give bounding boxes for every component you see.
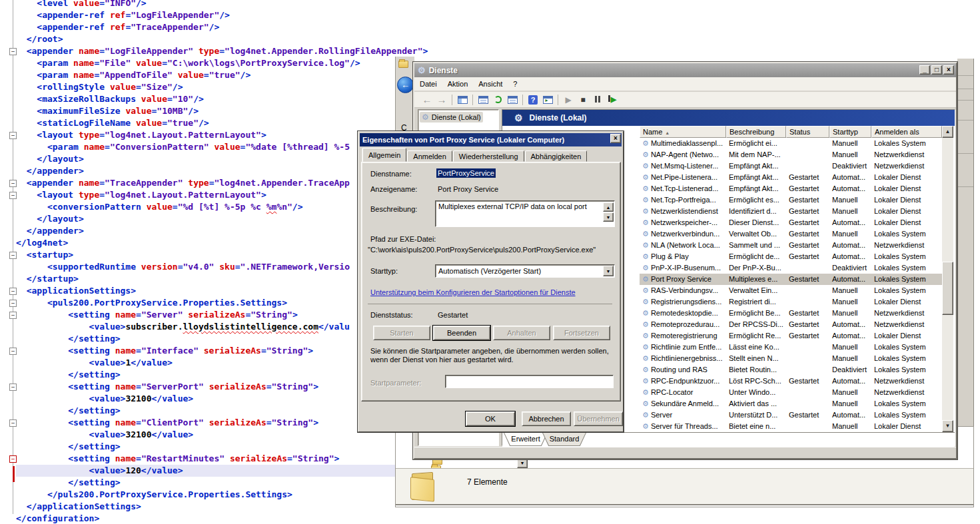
dialog-tab-abhngigkeiten[interactable]: Abhängigkeiten <box>525 150 588 162</box>
export-list-icon[interactable] <box>505 94 520 106</box>
fold-toggle-icon[interactable]: − <box>9 252 17 259</box>
chevron-down-icon[interactable]: ▼ <box>603 266 614 276</box>
view-tab-standard[interactable]: Standard <box>542 433 586 446</box>
minimize-button[interactable]: _ <box>919 65 930 75</box>
dienstname-value[interactable]: PortProxyService <box>436 168 496 178</box>
service-row[interactable]: ⚙Net.Tcp-Portfreiga...Ermöglicht es...Ge… <box>640 194 942 206</box>
properties-icon[interactable] <box>476 94 490 106</box>
service-row[interactable]: ⚙Sekundäre Anmeld...Aktiviert das ...Man… <box>640 398 942 409</box>
column-header-status[interactable]: Status <box>786 126 829 138</box>
show-tree-icon[interactable] <box>455 94 470 106</box>
refresh-icon[interactable] <box>490 94 505 106</box>
beenden-button[interactable]: Beenden <box>433 326 490 340</box>
scrollbar-thumb[interactable] <box>942 262 953 315</box>
stop-service-icon[interactable]: ■ <box>576 94 590 106</box>
dialog-close-icon[interactable]: × <box>610 134 621 143</box>
beschreibung-field[interactable]: Multiplexes external TCP/IP data on loca… <box>435 200 615 227</box>
show-description-icon[interactable] <box>540 94 555 106</box>
scroll-up-icon[interactable]: ▲ <box>603 202 614 212</box>
menu-item-ansicht[interactable]: Ansicht <box>473 78 508 90</box>
back-button[interactable]: ← <box>397 77 414 93</box>
service-row[interactable]: ⚙Richtlinie zum Entfe...Lässt eine Ko...… <box>640 342 942 353</box>
maximize-button[interactable]: □ <box>931 65 942 75</box>
cell-desc: Der PnP-X-Bu... <box>726 262 786 274</box>
service-row[interactable]: ⚙Netzwerkverbindun...Verwaltet Ob...Gest… <box>640 228 942 240</box>
service-row[interactable]: ⚙PnP-X-IP-Busenum...Der PnP-X-Bu...Deakt… <box>640 262 942 274</box>
service-row[interactable]: ⚙Net.Tcp-Listenerad...Empfängt Akt...Ges… <box>640 183 942 194</box>
close-button[interactable]: × <box>943 65 954 75</box>
dropdown-button[interactable]: ▼ <box>517 459 528 468</box>
column-header-beschreibung[interactable]: Beschreibung <box>726 126 786 138</box>
menu-item-aktion[interactable]: Aktion <box>442 78 474 90</box>
service-row[interactable]: ⚙NLA (Network Loca...Sammelt und ...Gest… <box>640 240 942 251</box>
abbrechen-button[interactable]: Abbrechen <box>522 411 571 426</box>
menu-item-?[interactable]: ? <box>508 78 522 90</box>
service-row[interactable]: ⚙RemoteregistrierungErmöglicht Re...Gest… <box>640 330 942 342</box>
scroll-up-button[interactable]: ▲ <box>942 126 953 138</box>
anhalten-button[interactable]: Anhalten <box>493 326 550 340</box>
service-row[interactable]: ⚙Net.Msmq-Listener...Empfängt Akt...Deak… <box>640 160 942 172</box>
column-header-name[interactable]: Name▲ <box>640 126 726 138</box>
starten-button[interactable]: Starten <box>373 326 430 340</box>
bernehmen-button[interactable]: Übernehmen <box>574 411 623 426</box>
fold-toggle-icon[interactable]: − <box>9 300 17 307</box>
dialog-tab-anmelden[interactable]: Anmelden <box>407 150 452 162</box>
ok-button[interactable]: OK <box>466 411 515 426</box>
dialog-titlebar[interactable]: Eigenschaften von Port Proxy Service (Lo… <box>360 133 622 146</box>
service-row[interactable]: ⚙Plug & PlayErmöglicht de...GestartetAut… <box>640 251 942 262</box>
scroll-down-button[interactable]: ▼ <box>942 420 953 432</box>
service-row[interactable]: ⚙RAS-Verbindungsv...Verwaltet Ein...Manu… <box>640 285 942 296</box>
service-row[interactable]: ⚙Registrierungsdiens...Registriert di...… <box>640 296 942 308</box>
column-header-anmelden-als[interactable]: Anmelden als <box>871 126 942 138</box>
service-row[interactable]: ⚙NetzwerklistendienstIdentifiziert d...G… <box>640 206 942 217</box>
cell-name: ⚙Registrierungsdiens... <box>640 296 726 308</box>
service-row[interactable]: ⚙Richtlinienergebniss...Stellt einen N..… <box>640 353 942 364</box>
service-row[interactable]: ⚙Netzwerkspeicher-...Dieser Dienst...Ges… <box>640 217 942 228</box>
menu-item-datei[interactable]: Datei <box>414 78 442 90</box>
fortsetzen-button[interactable]: Fortsetzen <box>553 326 610 340</box>
fold-toggle-icon[interactable]: − <box>9 384 17 391</box>
service-row[interactable]: ⚙Remoteprozedurau...Der RPCSS-Di...Gesta… <box>640 319 942 330</box>
startparameter-input[interactable] <box>445 375 614 388</box>
startoptions-help-link[interactable]: Unterstützung beim Konfigurieren der Sta… <box>370 288 576 296</box>
service-row[interactable]: ⚙NAP-Agent (Netwo...Mit dem NAP-...Manue… <box>640 149 942 160</box>
starttyp-combobox[interactable]: Automatisch (Verzögerter Start) ▼ <box>435 264 615 278</box>
restart-service-icon[interactable]: ▶ <box>605 94 620 106</box>
service-row[interactable]: ⚙Server für Threads...Bietet eine n...Ma… <box>640 421 942 432</box>
service-row[interactable]: ⚙RPC-LocatorUnter Windo...ManuellNetzwer… <box>640 387 942 398</box>
fold-toggle-icon[interactable]: − <box>9 419 17 427</box>
service-row[interactable]: ⚙Net.Pipe-Listenera...Empfängt Akt...Ges… <box>640 172 942 183</box>
code-folding-gutter[interactable]: −−−−−−−−−−−− <box>0 0 15 524</box>
service-row[interactable]: ⚙ServerUnterstützt D...GestartetAutomat.… <box>640 409 942 421</box>
view-tab-erweitert[interactable]: Erweitert <box>504 433 548 446</box>
vertical-scrollbar[interactable]: ▲ ▼ <box>942 126 953 432</box>
fold-toggle-icon[interactable]: − <box>9 348 17 355</box>
fold-toggle-icon[interactable]: − <box>9 312 17 319</box>
service-gear-icon: ⚙ <box>642 308 649 319</box>
dialog-tab-wiederherstellung[interactable]: Wiederherstellung <box>453 150 524 162</box>
fold-toggle-icon[interactable]: − <box>9 288 17 295</box>
back-icon[interactable]: ← <box>420 94 434 106</box>
service-row[interactable]: ⚙Multimediaklassenpl...Ermöglicht ei...M… <box>640 138 942 149</box>
service-row[interactable]: ⚙Port Proxy ServiceMultiplexes e...Gesta… <box>640 274 942 285</box>
window-controls: _ □ × <box>919 65 954 75</box>
fold-toggle-icon[interactable]: − <box>9 455 17 463</box>
service-row[interactable]: ⚙Routing und RASBietet Routin...Deaktivi… <box>640 364 942 376</box>
service-row[interactable]: ⚙RPC-Endpunktzuor...Löst RPC-Sch...Gesta… <box>640 376 942 387</box>
services-window-titlebar[interactable]: ⚙ Dienste <box>414 63 956 77</box>
fold-toggle-icon[interactable]: − <box>9 180 17 187</box>
forward-icon[interactable]: → <box>434 94 449 106</box>
fold-toggle-icon[interactable]: − <box>9 48 17 55</box>
service-row[interactable]: ⚙Remotedesktopdie...Ermöglicht Be...Gest… <box>640 308 942 319</box>
help-icon[interactable]: ? <box>526 94 540 106</box>
tree-item-dienste-lokal[interactable]: ⚙ Dienste (Lokal) <box>420 112 483 123</box>
fold-toggle-icon[interactable]: − <box>9 132 17 139</box>
dialog-tab-allgemein[interactable]: Allgemein <box>362 148 406 162</box>
fold-toggle-icon[interactable]: − <box>9 192 17 199</box>
start-service-icon[interactable]: ▶ <box>561 94 576 106</box>
cell-name: ⚙Port Proxy Service <box>640 274 726 285</box>
scroll-down-icon[interactable]: ▼ <box>603 212 614 222</box>
column-header-starttyp[interactable]: Starttyp <box>829 126 871 138</box>
pause-service-icon[interactable] <box>590 94 605 106</box>
cell-status <box>786 138 829 149</box>
